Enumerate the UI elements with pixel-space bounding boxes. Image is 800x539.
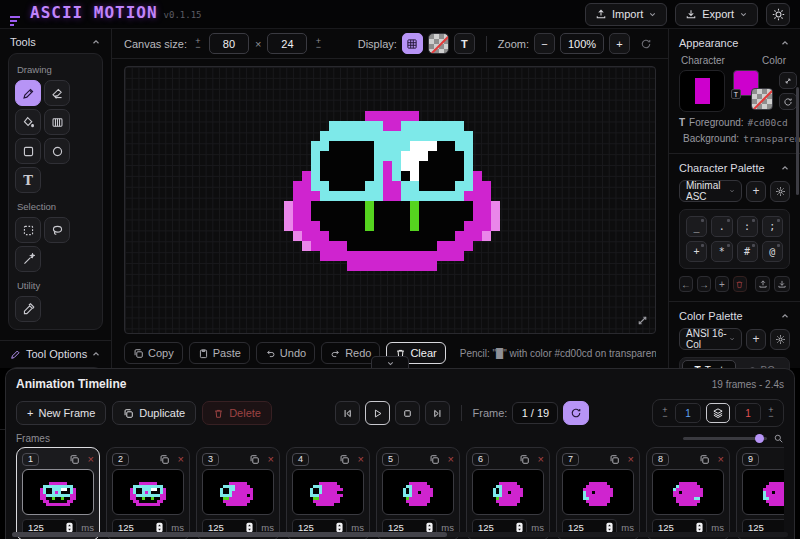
frame-card[interactable]: 2 × 125 ms xyxy=(106,447,190,539)
grid-display-toggle[interactable] xyxy=(402,33,423,54)
frame-delete-button[interactable]: × xyxy=(178,454,184,464)
magic-wand-tool-button[interactable] xyxy=(15,246,41,272)
onion-prev-stepper[interactable]: +− xyxy=(660,407,670,419)
frame-duplicate-button[interactable] xyxy=(69,454,80,465)
copy-button[interactable]: Copy xyxy=(124,342,183,364)
frames-scrollbar-thumb[interactable] xyxy=(12,532,447,537)
frame-delete-button[interactable]: × xyxy=(358,454,364,464)
transparency-display-toggle[interactable] xyxy=(428,33,449,54)
frame-duplicate-button[interactable] xyxy=(519,454,530,465)
canvas-resize-handle[interactable] xyxy=(636,314,649,327)
stop-button[interactable] xyxy=(395,401,420,425)
character-button[interactable]: * xyxy=(711,241,732,262)
duplicate-frame-button[interactable]: Duplicate xyxy=(112,401,196,425)
theme-toggle-button[interactable] xyxy=(766,3,790,26)
color-palette-header[interactable]: Color Palette xyxy=(679,302,790,328)
slider-thumb[interactable] xyxy=(755,434,764,443)
add-color-palette-button[interactable]: + xyxy=(746,329,766,350)
tool-options-header[interactable]: Tool Options xyxy=(0,341,111,365)
text-display-toggle[interactable]: T xyxy=(454,33,475,54)
frame-delete-button[interactable]: × xyxy=(88,454,94,464)
canvas-width-stepper[interactable]: +− xyxy=(193,38,203,50)
color-preset-select[interactable]: ANSI 16-Col xyxy=(679,328,742,350)
frame-delete-button[interactable]: × xyxy=(448,454,454,464)
fill-tool-button[interactable] xyxy=(15,109,41,135)
frame-duplicate-button[interactable] xyxy=(429,454,440,465)
pencil-tool-button[interactable] xyxy=(15,80,41,106)
frame-duplicate-button[interactable] xyxy=(699,454,710,465)
marquee-select-tool-button[interactable] xyxy=(15,217,41,243)
appearance-header[interactable]: Appearance xyxy=(679,29,790,55)
palette-add-button[interactable]: + xyxy=(715,276,729,292)
frame-card[interactable]: 8 × 125 ms xyxy=(646,447,730,539)
onion-next-count[interactable]: 1 xyxy=(735,403,761,423)
canvas-width-input[interactable]: 80 xyxy=(209,33,249,54)
text-tool-button[interactable]: T xyxy=(15,167,41,193)
frame-card[interactable]: 1 × 125 ms xyxy=(16,447,100,539)
onion-skin-toggle[interactable] xyxy=(706,403,730,423)
onion-prev-count[interactable]: 1 xyxy=(675,403,701,423)
lasso-select-tool-button[interactable] xyxy=(44,217,70,243)
eyedropper-tool-button[interactable] xyxy=(15,296,41,322)
frame-delete-button[interactable]: × xyxy=(718,454,724,464)
add-character-palette-button[interactable]: + xyxy=(746,181,766,202)
character-preset-select[interactable]: Minimal ASC xyxy=(679,180,742,202)
import-button[interactable]: Import xyxy=(585,3,667,26)
color-palette-settings-button[interactable] xyxy=(770,329,790,350)
palette-next-button[interactable]: → xyxy=(697,276,711,292)
frame-card[interactable]: 7 × 125 ms xyxy=(556,447,640,539)
zoom-out-button[interactable]: − xyxy=(534,33,555,54)
frames-scrollbar[interactable] xyxy=(12,532,788,537)
frame-card[interactable]: 9 × 125 ms xyxy=(736,447,784,539)
character-button[interactable]: + xyxy=(686,241,707,262)
canvas-height-stepper[interactable]: +− xyxy=(313,38,323,50)
palette-delete-button[interactable] xyxy=(733,276,747,292)
character-button[interactable]: : xyxy=(737,216,758,237)
onion-next-stepper[interactable]: +− xyxy=(766,407,776,419)
skip-to-start-button[interactable] xyxy=(335,401,360,425)
frame-card[interactable]: 6 × 125 ms xyxy=(466,447,550,539)
background-swatch[interactable] xyxy=(751,88,773,110)
character-button[interactable]: # xyxy=(737,241,758,262)
character-palette-header[interactable]: Character Palette xyxy=(679,154,790,180)
canvas-height-input[interactable]: 24 xyxy=(267,33,307,54)
reset-colors-button[interactable] xyxy=(779,93,797,110)
character-button[interactable]: @ xyxy=(762,241,783,262)
eraser-tool-button[interactable] xyxy=(44,80,70,106)
zoom-in-button[interactable]: + xyxy=(609,33,630,54)
frame-card[interactable]: 4 × 125 ms xyxy=(286,447,370,539)
paste-button[interactable]: Paste xyxy=(189,342,250,364)
character-palette-settings-button[interactable] xyxy=(770,181,790,202)
delete-frame-button[interactable]: Delete xyxy=(202,401,272,425)
character-button[interactable]: _ xyxy=(686,216,707,237)
play-button[interactable] xyxy=(365,401,390,425)
slider-track[interactable] xyxy=(683,437,767,440)
frame-duplicate-button[interactable] xyxy=(159,454,170,465)
skip-to-end-button[interactable] xyxy=(425,401,450,425)
frame-delete-button[interactable]: × xyxy=(268,454,274,464)
ellipse-tool-button[interactable] xyxy=(44,138,70,164)
right-panel-scrollbar[interactable] xyxy=(796,87,799,195)
frame-delete-button[interactable]: × xyxy=(628,454,634,464)
palette-export-button[interactable] xyxy=(755,276,771,292)
rectangle-tool-button[interactable] xyxy=(15,138,41,164)
frame-duplicate-button[interactable] xyxy=(249,454,260,465)
tools-header[interactable]: Tools xyxy=(0,29,111,53)
frame-duplicate-button[interactable] xyxy=(339,454,350,465)
frame-duplicate-button[interactable] xyxy=(609,454,620,465)
export-button[interactable]: Export xyxy=(675,3,758,26)
frame-card[interactable]: 5 × 125 ms xyxy=(376,447,460,539)
character-preview[interactable] xyxy=(679,70,725,112)
frame-delete-button[interactable]: × xyxy=(538,454,544,464)
loop-toggle-button[interactable] xyxy=(563,401,589,425)
undo-button[interactable]: Undo xyxy=(256,342,315,364)
gradient-tool-button[interactable] xyxy=(44,109,70,135)
palette-import-button[interactable] xyxy=(774,276,790,292)
character-button[interactable]: . xyxy=(711,216,732,237)
swap-colors-button[interactable] xyxy=(779,72,797,89)
character-button[interactable]: ; xyxy=(762,216,783,237)
palette-prev-button[interactable]: ← xyxy=(679,276,693,292)
frame-card[interactable]: 3 × 125 ms xyxy=(196,447,280,539)
zoom-reset-button[interactable] xyxy=(635,33,656,54)
drawing-canvas[interactable] xyxy=(124,66,656,334)
